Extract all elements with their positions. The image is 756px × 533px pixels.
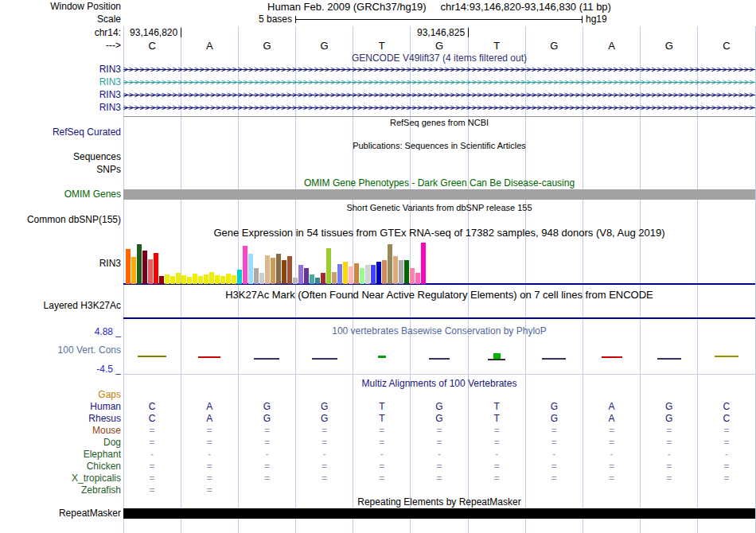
- gtex-expression-bar[interactable]: [326, 248, 331, 284]
- gencode-track-title[interactable]: GENCODE V49lift37 (4 items filtered out): [123, 53, 755, 64]
- multiz-alignment-cell: -: [123, 449, 181, 460]
- gtex-expression-bar[interactable]: [410, 268, 415, 284]
- strand-direction-label: --->: [0, 41, 121, 51]
- gtex-expression-bar[interactable]: [220, 276, 225, 284]
- gtex-expression-bar[interactable]: [165, 274, 170, 284]
- gtex-expression-bar[interactable]: [321, 273, 325, 284]
- h3k27ac-track-title[interactable]: H3K27Ac Mark (Often Found Near Active Re…: [123, 290, 755, 300]
- gtex-track-title[interactable]: Gene Expression in 54 tissues from GTEx …: [123, 228, 755, 238]
- ruler-base-letter: G: [296, 41, 353, 51]
- transcript-direction-arrows: >>>>>>>>>>>>>>>>>>>>>>>>>>>>>>>>>>>>>>>>…: [123, 64, 755, 75]
- multiz-alignment-cell: =: [583, 426, 640, 436]
- omim-gene-bar[interactable]: [123, 189, 755, 200]
- dbsnp-track-title[interactable]: Short Genetic Variants from dbSNP releas…: [123, 203, 755, 213]
- multiz-track-title[interactable]: Multiz Alignments of 100 Vertebrates: [123, 379, 755, 389]
- gtex-expression-bar[interactable]: [204, 274, 208, 284]
- genome-browser-image: 93,146,82093,146,825CAGGTGTGAGCRIN3>>>>>…: [0, 0, 756, 533]
- gtex-expression-bar[interactable]: [187, 277, 192, 284]
- gtex-expression-bar[interactable]: [310, 274, 314, 284]
- gtex-expression-bar[interactable]: [276, 254, 281, 284]
- gtex-expression-bar[interactable]: [176, 273, 181, 284]
- gtex-expression-bar[interactable]: [388, 244, 392, 284]
- gtex-expression-bar[interactable]: [315, 278, 320, 284]
- gtex-expression-bar[interactable]: [215, 275, 220, 284]
- gtex-expression-bar[interactable]: [137, 244, 142, 284]
- dbsnp-track-label: Common dbSNP(155): [0, 215, 121, 225]
- multiz-alignment-cell: =: [238, 461, 295, 472]
- gtex-expression-bar[interactable]: [254, 268, 259, 284]
- gtex-expression-bar[interactable]: [371, 265, 376, 284]
- gtex-expression-bar[interactable]: [304, 268, 309, 284]
- gtex-expression-bar[interactable]: [243, 246, 247, 284]
- gencode-transcript-row[interactable]: >>>>>>>>>>>>>>>>>>>>>>>>>>>>>>>>>>>>>>>>…: [123, 90, 755, 100]
- omim-track-title[interactable]: OMIM Gene Phenotypes - Dark Green Can Be…: [123, 178, 755, 189]
- gencode-transcript-row[interactable]: >>>>>>>>>>>>>>>>>>>>>>>>>>>>>>>>>>>>>>>>…: [123, 103, 755, 113]
- gtex-expression-bar[interactable]: [265, 255, 270, 284]
- gtex-expression-bar[interactable]: [382, 260, 387, 284]
- ruler-base-letter: G: [238, 41, 295, 51]
- gtex-expression-bar[interactable]: [248, 254, 253, 284]
- multiz-alignment-cell: =: [296, 461, 353, 472]
- multiz-alignment-cell: T: [468, 402, 525, 412]
- multiz-alignment-cell: =: [641, 426, 698, 436]
- gtex-expression-bar[interactable]: [259, 273, 264, 284]
- gtex-expression-bar[interactable]: [349, 266, 353, 284]
- multiz-alignment-cell: A: [181, 414, 238, 424]
- gtex-expression-bar[interactable]: [226, 274, 231, 284]
- gtex-expression-bar[interactable]: [232, 275, 236, 284]
- gtex-expression-bar[interactable]: [154, 253, 158, 284]
- gtex-expression-bar[interactable]: [287, 256, 292, 284]
- gtex-expression-bar[interactable]: [354, 263, 359, 284]
- multiz-alignment-cell: =: [296, 426, 353, 436]
- gtex-expression-bar[interactable]: [126, 249, 131, 284]
- genome-version: hg19: [586, 14, 607, 25]
- gtex-expression-bar[interactable]: [198, 276, 203, 284]
- gtex-expression-bar[interactable]: [365, 265, 370, 284]
- refseq-track-label: RefSeq Curated: [0, 127, 121, 138]
- gtex-expression-bar[interactable]: [332, 272, 337, 284]
- refseq-track-title[interactable]: RefSeq genes from NCBI: [123, 118, 755, 128]
- phylop-track-title[interactable]: 100 vertebrates Basewise Conservation by…: [123, 326, 755, 337]
- gtex-expression-bar[interactable]: [421, 243, 426, 284]
- repeatmasker-element-bar[interactable]: [123, 508, 755, 519]
- gtex-expression-bar[interactable]: [237, 270, 242, 284]
- multiz-alignment-cell: G: [525, 402, 583, 412]
- gtex-expression-bar[interactable]: [193, 274, 197, 284]
- gtex-expression-bar[interactable]: [282, 260, 286, 284]
- coordinate-label: 93,146,825: [369, 28, 465, 38]
- gtex-expression-bar[interactable]: [293, 278, 298, 284]
- gtex-expression-bar[interactable]: [209, 272, 214, 284]
- multiz-alignment-cell: T: [353, 414, 411, 424]
- gtex-expression-bar[interactable]: [148, 259, 153, 284]
- multiz-alignment-cell: -: [583, 449, 640, 460]
- gtex-expression-bar[interactable]: [393, 256, 398, 284]
- gtex-expression-bar[interactable]: [337, 264, 342, 284]
- multiz-alignment-cell: A: [583, 414, 640, 424]
- gtex-expression-bar[interactable]: [404, 260, 409, 284]
- repeatmasker-track-title[interactable]: Repeating Elements by RepeatMasker: [123, 497, 755, 508]
- multiz-alignment-cell: -: [698, 449, 755, 460]
- gtex-expression-bar[interactable]: [399, 260, 403, 284]
- multiz-alignment-cell: =: [411, 426, 468, 436]
- phylop-wiggle-mark: [378, 356, 386, 358]
- multiz-species-label: Elephant: [0, 449, 121, 460]
- multiz-alignment-cell: T: [353, 402, 411, 412]
- gtex-expression-bar[interactable]: [271, 258, 275, 284]
- gtex-expression-bar[interactable]: [181, 275, 186, 284]
- gtex-expression-bar[interactable]: [360, 268, 364, 284]
- gtex-expression-bar[interactable]: [170, 276, 175, 284]
- gencode-gene-label: RIN3: [0, 64, 121, 75]
- gtex-expression-bar[interactable]: [142, 251, 147, 284]
- gtex-expression-bar[interactable]: [376, 262, 381, 284]
- gtex-expression-bar[interactable]: [415, 273, 420, 284]
- gencode-transcript-row[interactable]: >>>>>>>>>>>>>>>>>>>>>>>>>>>>>>>>>>>>>>>>…: [123, 64, 755, 75]
- h3k27ac-baseline: [123, 317, 755, 319]
- gtex-expression-bar[interactable]: [159, 276, 164, 284]
- multiz-alignment-cell: =: [468, 426, 525, 436]
- gtex-expression-bar[interactable]: [298, 265, 303, 284]
- gtex-expression-bar[interactable]: [343, 262, 348, 284]
- gencode-transcript-row[interactable]: >>>>>>>>>>>>>>>>>>>>>>>>>>>>>>>>>>>>>>>>…: [123, 77, 755, 88]
- gtex-expression-bar[interactable]: [131, 257, 136, 284]
- gencode-gene-label: RIN3: [0, 77, 121, 88]
- publications-track-title[interactable]: Publications: Sequences in Scientific Ar…: [123, 141, 755, 151]
